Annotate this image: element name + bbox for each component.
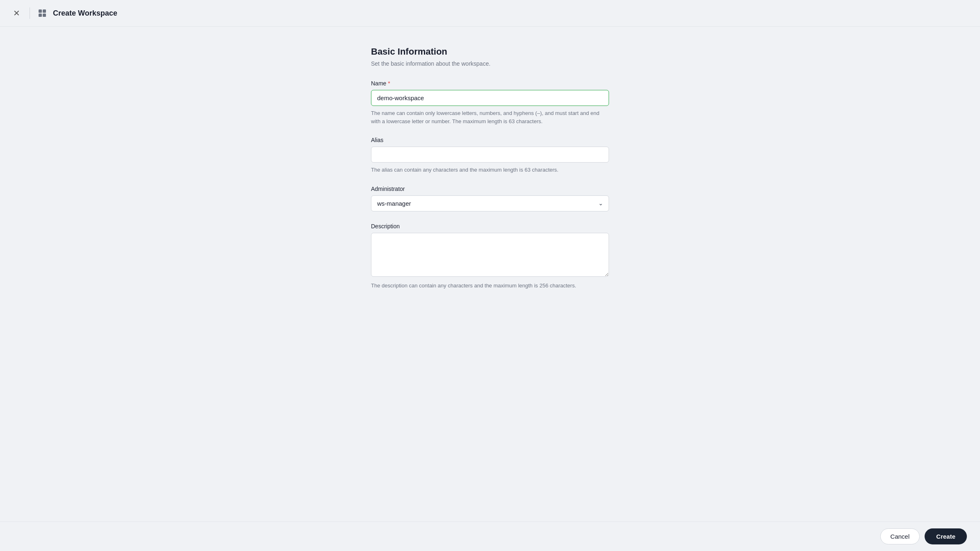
alias-field: Alias The alias can contain any characte… [371,137,609,174]
alias-label: Alias [371,137,609,143]
svg-rect-2 [39,14,42,17]
name-hint: The name can contain only lowercase lett… [371,109,609,125]
description-field: Description The description can contain … [371,223,609,290]
close-button[interactable]: ✕ [10,7,23,20]
workspace-icon [37,7,48,19]
description-hint: The description can contain any characte… [371,282,609,290]
page-title: Create Workspace [53,9,117,18]
administrator-label: Administrator [371,186,609,192]
svg-rect-3 [43,14,46,17]
alias-hint: The alias can contain any characters and… [371,166,609,174]
section-subtitle: Set the basic information about the work… [371,60,609,67]
description-label: Description [371,223,609,230]
section-title: Basic Information [371,46,609,57]
name-label: Name * [371,80,609,87]
close-icon: ✕ [13,8,20,18]
administrator-field: Administrator ws-manager ⌄ [371,186,609,211]
create-button[interactable]: Create [925,528,967,544]
header-divider [30,7,30,19]
form-wrapper: Basic Information Set the basic informat… [371,46,609,301]
administrator-select-wrapper: ws-manager ⌄ [371,195,609,211]
administrator-select[interactable]: ws-manager [371,195,609,211]
alias-input[interactable] [371,147,609,163]
name-required-star: * [388,80,390,87]
svg-rect-1 [43,9,46,13]
name-input[interactable] [371,90,609,106]
cancel-button[interactable]: Cancel [880,528,920,544]
svg-rect-0 [39,9,42,13]
name-field: Name * The name can contain only lowerca… [371,80,609,125]
description-textarea[interactable] [371,233,609,277]
modal-header: ✕ Create Workspace [0,0,980,27]
modal-footer: Cancel Create [0,521,980,551]
modal-container: ✕ Create Workspace Basic Information Set… [0,0,980,551]
modal-content: Basic Information Set the basic informat… [0,27,980,551]
